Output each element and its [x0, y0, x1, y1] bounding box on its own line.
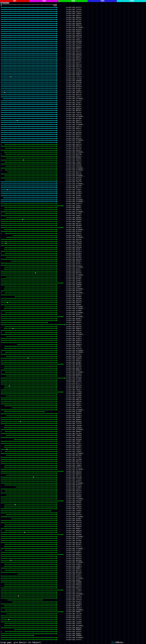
hit-label[interactable]: UniRef100_A2R3X3 — [66, 575, 81, 577]
hit-bar[interactable] — [4, 386, 57, 386]
hit-label[interactable]: UniRef100_B9SPK6 — [66, 54, 81, 56]
hit-bar[interactable] — [1, 562, 57, 562]
hit-label[interactable]: UniRef100_UPI0000... — [66, 561, 85, 563]
hit-bar[interactable] — [1, 194, 57, 194]
hit-bar[interactable] — [1, 104, 57, 105]
hit-bar[interactable] — [1, 29, 57, 30]
hit-bar[interactable] — [5, 170, 57, 170]
hit-label[interactable]: UniRef100_Q84PQ4 — [66, 132, 81, 134]
hit-bar[interactable] — [1, 156, 57, 156]
hit-label[interactable]: UniRef100_A5DVJ6 — [66, 462, 81, 464]
hit-label[interactable]: UniRef100_C5DGB5 — [66, 450, 81, 452]
hit-bar[interactable] — [16, 487, 57, 487]
hit-label[interactable]: UniRef100_Q8UEL2 — [66, 314, 81, 316]
hit-bar[interactable] — [1, 330, 57, 331]
hit-label[interactable]: UniRef100_UPI0000... — [66, 637, 85, 638]
hit-label[interactable]: UniRef100_C0NSL8 — [66, 607, 81, 609]
hit-label[interactable]: UniRef100_Q4PBB7 — [66, 518, 81, 520]
hit-bar[interactable] — [5, 550, 57, 550]
hit-label[interactable]: UniRef100_C8Z2F2 — [66, 488, 81, 490]
hit-label[interactable]: UniRef100_A6ZM79 — [66, 480, 81, 482]
hit-label[interactable]: UniRef100_UPI0000... — [66, 26, 85, 28]
hit-label[interactable]: UniRef100_A6YRL0 — [66, 250, 81, 252]
hit-bar[interactable] — [6, 376, 57, 376]
hit-label[interactable]: UniRef100_C5G8D9 — [66, 603, 81, 605]
hit-label[interactable]: UniRef100_UPI0000... — [66, 316, 85, 318]
hit-label[interactable]: UniRef100_B9DBT5 — [66, 322, 81, 324]
hit-bar[interactable] — [1, 202, 57, 202]
hit-bar[interactable] — [4, 247, 57, 248]
hit-bar[interactable] — [1, 53, 57, 54]
hit-bar[interactable] — [6, 396, 57, 396]
hit-bar[interactable] — [4, 326, 57, 327]
hit-label[interactable]: UniRef100_B9HLR2 — [66, 58, 81, 60]
hit-bar[interactable] — [1, 231, 57, 232]
hit-bar[interactable] — [4, 210, 57, 210]
hit-label[interactable]: UniRef100_P14115 — [66, 130, 81, 131]
hit-bar[interactable] — [4, 425, 57, 426]
hit-label[interactable]: UniRef100_P18445 — [66, 112, 81, 114]
hit-label[interactable]: UniRef100_A3GGG3 — [66, 448, 81, 450]
hit-label[interactable]: UniRef100_C4JYY1 — [66, 591, 81, 593]
hit-label[interactable]: UniRef100_A8Q3B5 — [66, 401, 81, 403]
hit-label[interactable]: UniRef100_A9PA80 — [66, 40, 81, 42]
hit-bar[interactable] — [1, 225, 57, 226]
hit-bar[interactable] — [1, 560, 57, 560]
hit-label[interactable]: UniRef100_C4JHU0 — [66, 621, 81, 623]
hit-bar[interactable] — [6, 257, 57, 258]
hit-bar[interactable] — [1, 378, 65, 378]
hit-bar[interactable] — [1, 532, 57, 533]
hit-label[interactable]: UniRef100_A5C234 — [66, 66, 81, 68]
hit-bar[interactable] — [1, 7, 57, 8]
hit-label[interactable]: UniRef100_B9IXP1 — [66, 270, 81, 272]
hit-label[interactable]: UniRef100_Q9ES86 — [66, 238, 81, 240]
hit-bar[interactable] — [1, 364, 62, 364]
hit-bar[interactable] — [1, 241, 57, 242]
hit-bar[interactable] — [1, 362, 57, 362]
hit-bar[interactable] — [7, 600, 42, 600]
hit-bar[interactable] — [6, 416, 57, 416]
hit-bar[interactable] — [1, 556, 57, 556]
hit-bar[interactable] — [4, 526, 57, 527]
hit-bar[interactable] — [1, 184, 57, 184]
hit-label[interactable]: UniRef100_C8VBW8 — [66, 581, 81, 583]
hit-bar[interactable] — [1, 513, 57, 513]
hit-label[interactable]: UniRef100_Q76LF6 — [66, 348, 81, 349]
hit-label[interactable]: UniRef100_Q5R1X9 — [66, 122, 81, 123]
hit-label[interactable]: UniRef100_UPI0000... — [66, 288, 85, 290]
hit-bar[interactable] — [1, 71, 57, 71]
hit-bar[interactable] — [5, 570, 57, 570]
hit-bar[interactable] — [5, 451, 57, 452]
hit-bar[interactable] — [1, 590, 62, 590]
hit-bar[interactable] — [1, 528, 57, 529]
hit-bar[interactable] — [1, 324, 65, 325]
hit-label[interactable]: UniRef100_Q5QB12 — [66, 215, 81, 216]
hit-bar[interactable] — [1, 402, 57, 402]
hit-bar[interactable] — [4, 144, 57, 144]
hit-label[interactable]: UniRef100_Q2R3Y4 — [66, 14, 81, 16]
hit-bar[interactable] — [1, 130, 57, 131]
hit-bar[interactable] — [1, 423, 57, 424]
hit-label[interactable]: UniRef100_A76NT3 — [66, 338, 81, 340]
hit-label[interactable]: UniRef100_B9X7R4 — [66, 272, 81, 274]
hit-label[interactable]: UniRef100_B6K4B7 — [66, 110, 81, 112]
hit-label[interactable]: UniRef100_B6HRC3 — [66, 605, 81, 607]
hit-label[interactable]: UniRef100_UPI0000... — [66, 334, 85, 335]
hit-bar[interactable] — [1, 320, 57, 321]
hit-label[interactable]: UniRef100_A1D1D2 — [66, 631, 81, 632]
hit-bar[interactable] — [4, 566, 57, 566]
hit-label[interactable]: UniRef100_C5FCP9 — [66, 423, 81, 424]
hit-label[interactable]: UniRef100_P46776 — [66, 114, 81, 116]
hit-label[interactable]: UniRef100_Q6BNZ2 — [66, 431, 81, 432]
hit-bar[interactable] — [6, 614, 57, 614]
hit-label[interactable]: UniRef100_C5P5S9 — [66, 599, 81, 601]
hit-bar[interactable] — [5, 293, 57, 293]
hit-label[interactable]: UniRef100_B3LS90 — [66, 476, 81, 478]
hit-label[interactable]: UniRef100_B6H6V0 — [66, 583, 81, 585]
hit-label[interactable]: UniRef100_A9EMZ7 — [66, 286, 81, 288]
hit-bar[interactable] — [4, 249, 57, 250]
hit-bar[interactable] — [4, 346, 57, 346]
hit-bar[interactable] — [17, 344, 57, 345]
hit-label[interactable]: UniRef100_P48160 — [66, 165, 81, 167]
hit-bar[interactable] — [1, 540, 57, 541]
